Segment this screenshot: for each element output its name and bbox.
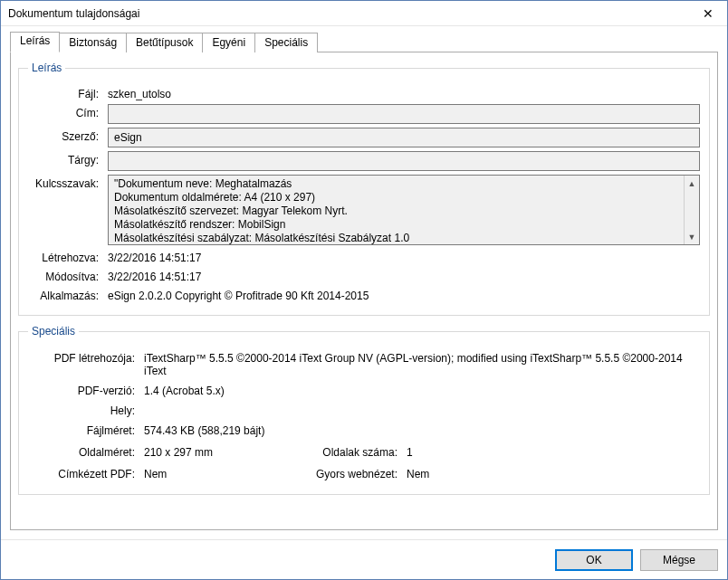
pdf-version-value: 1.4 (Acrobat 5.x) <box>144 382 225 397</box>
pagecount-label: Oldalak száma: <box>298 446 407 459</box>
tab-description[interactable]: Leírás <box>10 32 60 52</box>
tabstrip: Leírás Biztonság Betűtípusok Egyéni Spec… <box>10 33 718 52</box>
producer-value: iTextSharp™ 5.5.5 ©2000-2014 iText Group… <box>144 349 700 377</box>
created-value: 3/22/2016 14:51:17 <box>108 249 201 264</box>
modified-value: 3/22/2016 14:51:17 <box>108 268 201 283</box>
scroll-down-button[interactable]: ▼ <box>685 229 700 244</box>
chevron-up-icon: ▲ <box>688 179 696 188</box>
pdf-version-label: PDF-verzió: <box>28 382 144 397</box>
dialog-footer: OK Mégse <box>1 539 727 579</box>
group-description: Leírás Fájl: szken_utolso Cím: Szerző: T… <box>18 62 710 316</box>
pagecount-value: 1 <box>407 446 413 459</box>
file-value: szken_utolso <box>108 85 171 100</box>
cancel-button[interactable]: Mégse <box>640 549 718 571</box>
keywords-scrollbar[interactable]: ▲ ▼ <box>684 176 699 244</box>
window-close-button[interactable]: ✕ <box>689 1 727 25</box>
keywords-field[interactable]: "Dokumentum neve: Meghatalmazás Dokument… <box>109 176 684 244</box>
ok-button[interactable]: OK <box>555 549 633 571</box>
subject-field[interactable] <box>108 151 700 171</box>
group-description-legend: Leírás <box>28 62 65 74</box>
location-label: Hely: <box>28 402 144 417</box>
chevron-down-icon: ▼ <box>688 233 696 242</box>
filesize-label: Fájlméret: <box>28 422 144 437</box>
author-field[interactable] <box>108 128 700 147</box>
tab-panel: Leírás Fájl: szken_utolso Cím: Szerző: T… <box>10 52 718 530</box>
dialog-window: Dokumentum tulajdonságai ✕ Leírás Bizton… <box>0 0 728 580</box>
application-label: Alkalmazás: <box>28 287 108 302</box>
tagged-value: Nem <box>144 468 298 480</box>
tab-special[interactable]: Speciális <box>254 33 318 52</box>
fastweb-label: Gyors webnézet: <box>298 468 407 480</box>
titlebar: Dokumentum tulajdonságai ✕ <box>1 1 727 26</box>
modified-label: Módosítva: <box>28 268 108 283</box>
group-special-legend: Speciális <box>28 325 79 338</box>
tab-custom[interactable]: Egyéni <box>202 33 255 52</box>
keywords-box: "Dokumentum neve: Meghatalmazás Dokument… <box>108 175 700 245</box>
tab-fonts[interactable]: Betűtípusok <box>126 33 203 52</box>
application-value: eSign 2.0.2.0 Copyright © Profitrade 90 … <box>108 287 369 302</box>
file-label: Fájl: <box>28 85 108 100</box>
subject-label: Tárgy: <box>28 151 108 166</box>
title-field[interactable] <box>108 104 700 124</box>
producer-label: PDF létrehozója: <box>28 349 144 365</box>
keywords-label: Kulcsszavak: <box>28 175 108 190</box>
tab-security[interactable]: Biztonság <box>59 33 127 52</box>
tagged-label: Címkézett PDF: <box>28 468 144 480</box>
window-title: Dokumentum tulajdonságai <box>8 7 689 20</box>
filesize-value: 574.43 KB (588,219 bájt) <box>144 422 264 437</box>
pagesize-label: Oldalméret: <box>28 446 144 459</box>
created-label: Létrehozva: <box>28 249 108 264</box>
title-label: Cím: <box>28 104 108 119</box>
close-icon: ✕ <box>703 7 714 20</box>
client-area: Leírás Biztonság Betűtípusok Egyéni Spec… <box>1 26 727 539</box>
pagesize-value: 210 x 297 mm <box>144 446 298 459</box>
group-special: Speciális PDF létrehozója: iTextSharp™ 5… <box>18 325 710 495</box>
scroll-up-button[interactable]: ▲ <box>685 176 700 191</box>
author-label: Szerző: <box>28 128 108 143</box>
fastweb-value: Nem <box>407 468 429 480</box>
